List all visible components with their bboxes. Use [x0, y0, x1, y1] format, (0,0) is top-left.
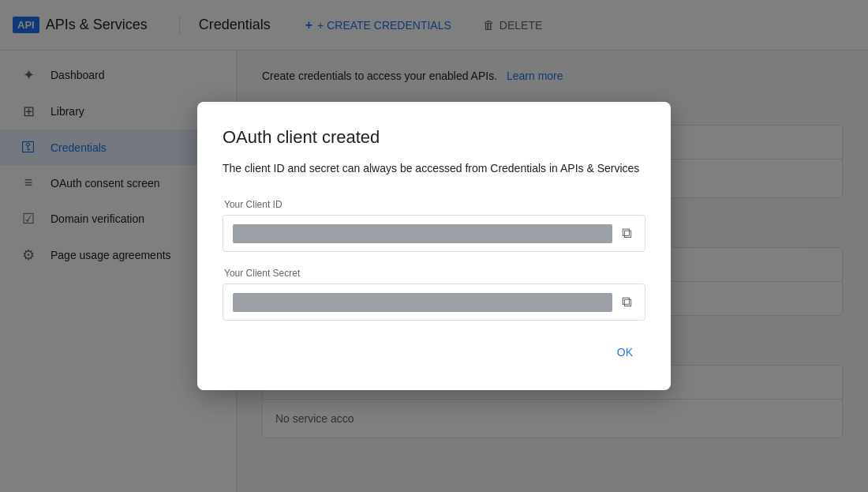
client-secret-field-group: Your Client Secret ⧉ [223, 268, 645, 321]
dialog-title: OAuth client created [223, 127, 645, 148]
ok-button[interactable]: OK [604, 340, 645, 365]
copy-client-secret-button[interactable]: ⧉ [619, 291, 635, 314]
client-id-label: Your Client ID [223, 199, 645, 210]
client-secret-value [233, 293, 612, 312]
dialog-overlay: OAuth client created The client ID and s… [0, 0, 868, 492]
app-container: API APIs & Services Credentials + + CREA… [0, 0, 868, 492]
client-secret-field-row: ⧉ [223, 284, 645, 321]
dialog-description: The client ID and secret can always be a… [223, 160, 645, 177]
client-id-value [233, 224, 612, 243]
client-secret-label: Your Client Secret [223, 268, 645, 279]
copy-client-id-icon: ⧉ [622, 225, 632, 242]
copy-client-secret-icon: ⧉ [622, 294, 632, 310]
client-id-field-row: ⧉ [223, 215, 645, 252]
oauth-created-dialog: OAuth client created The client ID and s… [197, 102, 671, 390]
client-id-field-group: Your Client ID ⧉ [223, 199, 645, 252]
dialog-actions: OK [223, 340, 645, 365]
copy-client-id-button[interactable]: ⧉ [619, 222, 635, 245]
